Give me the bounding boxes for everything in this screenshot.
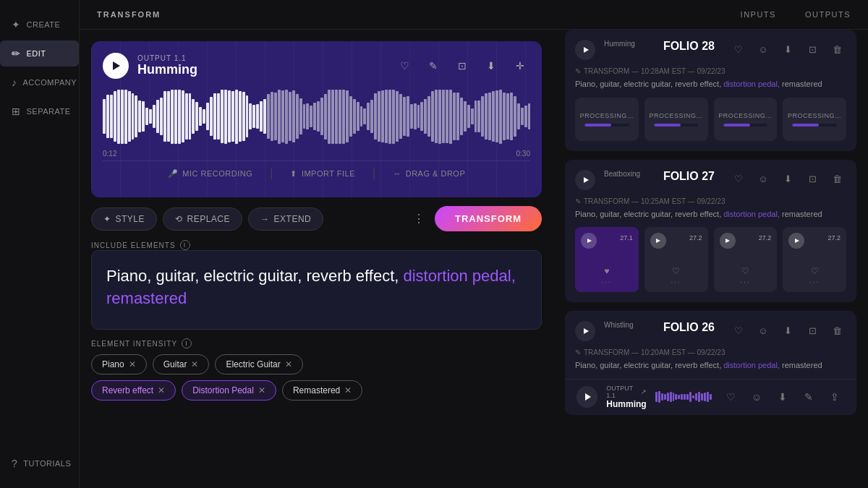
import-file-control[interactable]: ⬆ IMPORT FILE (290, 169, 355, 179)
waveform-save-button[interactable]: ⊡ (452, 56, 472, 76)
sidebar-item-accompany[interactable]: ♪ ACCOMPANY (0, 69, 79, 95)
nav-inputs[interactable]: INPUTS (741, 10, 776, 19)
folio-27-desc-link[interactable]: distortion pedal, (723, 210, 780, 218)
folio-26-heart-button[interactable]: ♡ (729, 321, 748, 340)
bottom-output-label-text: OUTPUT 1.1 (606, 385, 637, 399)
ver-2-icons: ♡ ··· (644, 266, 708, 286)
folio-27-edit-icon: ✎ (575, 197, 581, 205)
folio-28-play-button[interactable] (575, 40, 595, 60)
tag-reverb-label: Reverb effect (102, 385, 153, 395)
folio-26-delete-button[interactable]: 🗑 (827, 321, 846, 340)
folio-27-version-2[interactable]: 27.2 ♡ ··· (644, 227, 708, 292)
folio-28-title: FOLIO 28 (663, 40, 715, 53)
waveform-times: 0:12 0:30 (103, 150, 530, 158)
bottom-heart-button[interactable]: ♡ (720, 387, 741, 407)
bottom-external-icon[interactable]: ↗ (641, 388, 647, 395)
folio-27-copy-button[interactable]: ⊡ (803, 170, 822, 189)
waveform-header: OUTPUT 1.1 Humming ♡ ✎ ⊡ ⬇ ✛ (103, 53, 530, 79)
tag-electric-guitar-remove[interactable]: ✕ (285, 360, 292, 369)
bottom-play-button[interactable] (576, 386, 597, 408)
mic-recording-control[interactable]: 🎤 MIC RECORDING (168, 169, 252, 179)
tag-distortion[interactable]: Distortion Pedal ✕ (182, 380, 276, 401)
folio-27-heart-button[interactable]: ♡ (729, 170, 748, 189)
tag-piano[interactable]: Piano ✕ (91, 354, 147, 374)
elements-input[interactable]: Piano, guitar, electric guitar, reverb e… (91, 250, 542, 330)
tab-replace[interactable]: ⟲ REPLACE (163, 207, 242, 231)
folio-27-play-button[interactable] (575, 170, 595, 190)
folio-28-download-button[interactable]: ⬇ (778, 40, 797, 59)
folio-28-heart-button[interactable]: ♡ (729, 40, 748, 59)
ver-3-play[interactable] (720, 233, 736, 249)
folio-27-meta: Beatboxing (604, 170, 655, 179)
folio-28-desc-link[interactable]: distortion pedal, (723, 80, 780, 88)
thumb-bar-4 (792, 124, 836, 127)
tag-remastered[interactable]: Remastered ✕ (282, 380, 362, 401)
sidebar-item-create[interactable]: ✦ CREATE (0, 12, 79, 38)
waveform-download-button[interactable]: ⬇ (481, 56, 501, 76)
tag-remastered-remove[interactable]: ✕ (344, 386, 352, 395)
ver-4-dots-icon: ··· (809, 278, 820, 286)
tag-electric-guitar[interactable]: Electric Guitar ✕ (215, 354, 302, 374)
folio-27-track-label: Beatboxing (604, 170, 655, 178)
folio-28-desc-suffix: remastered (780, 80, 822, 88)
transform-button[interactable]: TRANSFORM (435, 206, 542, 231)
tag-guitar-remove[interactable]: ✕ (191, 360, 198, 369)
bottom-edit-button[interactable]: ✎ (799, 387, 819, 407)
ver-1-play[interactable] (581, 233, 597, 249)
bottom-share-button[interactable]: ⇪ (825, 387, 845, 407)
tag-remastered-label: Remastered (293, 385, 340, 395)
bottom-download-button[interactable]: ⬇ (773, 387, 793, 407)
folio-26-track-label: Whistling (604, 321, 655, 329)
ver-2-play[interactable] (650, 233, 666, 249)
ver-4-play[interactable] (788, 233, 804, 249)
more-button[interactable]: ⋮ (409, 209, 429, 229)
folio-26-play-button[interactable] (575, 321, 595, 341)
tag-guitar[interactable]: Guitar ✕ (153, 354, 210, 374)
folio-27-version-1[interactable]: 27.1 ♥ ··· (575, 227, 639, 292)
tag-distortion-remove[interactable]: ✕ (258, 386, 265, 395)
tag-piano-remove[interactable]: ✕ (129, 360, 136, 369)
separator-2: | (373, 167, 375, 180)
bottom-smiley-button[interactable]: ☺ (746, 387, 767, 407)
folio-27-version-3[interactable]: 27.2 ♡ ··· (714, 227, 778, 292)
thumb-bar-fill-3 (723, 124, 750, 127)
include-elements-info-icon[interactable]: i (180, 240, 190, 250)
element-intensity-info-icon[interactable]: i (182, 338, 192, 348)
include-elements-label: INCLUDE ELEMENTS i (91, 240, 542, 250)
waveform-edit-button[interactable]: ✎ (423, 56, 443, 76)
thumb-bar-fill-4 (792, 124, 819, 127)
tag-piano-label: Piano (102, 359, 124, 369)
folio-26-desc-link[interactable]: distortion pedal, (723, 361, 780, 369)
sidebar-item-tutorials[interactable]: ? TUTORIALS (0, 450, 79, 476)
tab-extend[interactable]: → EXTEND (248, 207, 323, 231)
folio-28-smiley-button[interactable]: ☺ (754, 40, 773, 59)
drag-drop-control[interactable]: ↔ DRAG & DROP (393, 169, 465, 178)
folio-26-smiley-button[interactable]: ☺ (754, 321, 773, 340)
folio-26-edit-icon: ✎ (575, 348, 581, 356)
folio-28-delete-button[interactable]: 🗑 (827, 40, 846, 59)
waveform-heart-button[interactable]: ♡ (394, 56, 414, 76)
folio-28-thumb-4: PROCESSING... (783, 98, 846, 141)
tab-style[interactable]: ✦ STYLE (91, 207, 157, 231)
folio-27-smiley-button[interactable]: ☺ (754, 170, 773, 189)
style-label: STYLE (116, 214, 145, 224)
folio-26-download-button[interactable]: ⬇ (778, 321, 797, 340)
waveform-output-label: OUTPUT 1.1 (137, 54, 386, 62)
tag-reverb-remove[interactable]: ✕ (158, 386, 165, 395)
folio-27-delete-button[interactable]: 🗑 (827, 170, 846, 189)
folio-28-thumbnails: PROCESSING... PROCESSING... PROCESSING..… (575, 98, 846, 141)
waveform-play-button[interactable] (103, 53, 129, 79)
sidebar-item-edit[interactable]: ✏ EDIT (0, 40, 79, 67)
folio-27-download-button[interactable]: ⬇ (778, 170, 797, 189)
nav-outputs[interactable]: OUTPUTS (805, 10, 851, 19)
waveform-add-button[interactable]: ✛ (510, 56, 530, 76)
folio-26-copy-button[interactable]: ⊡ (803, 321, 822, 340)
folio-28-copy-button[interactable]: ⊡ (803, 40, 822, 59)
tag-reverb[interactable]: Reverb effect ✕ (91, 380, 176, 401)
include-elements-text: INCLUDE ELEMENTS (91, 241, 176, 249)
folio-27-version-4[interactable]: 27.2 ♡ ··· (783, 227, 846, 292)
tag-guitar-label: Guitar (163, 359, 187, 369)
folio-26-actions: ♡ ☺ ⬇ ⊡ 🗑 (729, 321, 846, 340)
sidebar-item-separate[interactable]: ⊞ SEPARATE (0, 98, 79, 124)
style-icon: ✦ (103, 214, 111, 224)
